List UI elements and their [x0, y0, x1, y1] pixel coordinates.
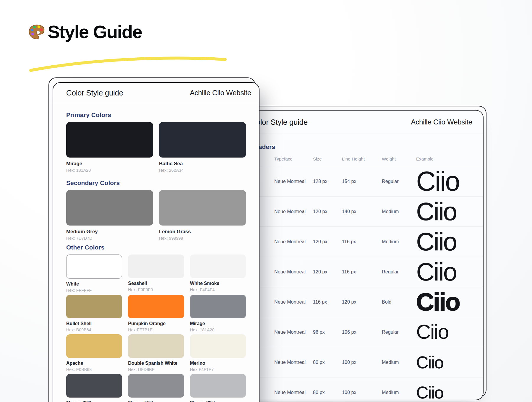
type-row: Neue Montreal 120 px 116 px Medium Ciio: [243, 227, 483, 257]
color-swatch: [66, 374, 122, 398]
color-item: Lemon Grass Hex: 999999: [159, 190, 246, 241]
color-swatch: [128, 295, 184, 318]
color-card-title: Color Style guide: [66, 88, 123, 98]
cell-weight: Regular: [382, 330, 416, 335]
color-hex: Hex: DFD8BF: [128, 367, 184, 372]
cell-size: 120 px: [313, 269, 342, 275]
cell-example: Ciio: [416, 231, 472, 252]
color-name: Lemon Grass: [159, 228, 246, 235]
cell-weight: Regular: [382, 179, 416, 184]
color-hex: Hex: F0F0F0: [128, 287, 184, 292]
type-row: Neue Montreal 96 px 106 px Regular Ciio: [243, 317, 483, 347]
cell-typeface: Neue Montreal: [274, 179, 313, 184]
type-table-header: Typeface Size Line Height Weight Example: [243, 156, 483, 166]
cell-example: Ciio: [416, 355, 472, 369]
color-swatch: [159, 190, 246, 226]
cell-size: 120 px: [313, 239, 342, 244]
primary-colors-heading: Primary Colors: [66, 111, 246, 119]
color-hex: Hex: 181A20: [66, 168, 153, 173]
other-colors-heading: Other Colors: [66, 244, 246, 251]
color-hex: Hex:F4F1E7: [190, 367, 246, 372]
color-item: White Hex: FFFFFF: [66, 255, 122, 293]
cell-weight: Medium: [382, 390, 416, 395]
color-name: Merino: [190, 360, 246, 366]
color-item: Double Spanish White Hex: DFD8BF: [128, 334, 184, 372]
color-swatch: [128, 255, 184, 278]
cell-typeface: Neue Montreal: [274, 269, 313, 275]
color-swatch: [66, 122, 153, 158]
cell-weight: Medium: [382, 209, 416, 214]
cell-typeface: Neue Montreal: [274, 390, 313, 395]
color-item: Merino Hex:F4F1E7: [190, 334, 246, 372]
column-header-weight: Weight: [382, 156, 416, 161]
palette-icon: [28, 23, 45, 40]
color-card-subtitle: Achille Ciio Website: [190, 89, 251, 97]
cell-typeface: Neue Montreal: [274, 360, 313, 365]
color-name: Baltic Sea: [159, 161, 246, 167]
cell-line-height: 106 px: [342, 330, 382, 335]
type-row: Neue Montreal 80 px 100 px Medium Ciio: [243, 347, 483, 377]
cell-typeface: Neue Montreal: [274, 330, 313, 335]
cell-weight: Regular: [382, 269, 416, 275]
color-name: Mirage 50%: [128, 400, 184, 402]
primary-colors-grid: Mirage Hex: 181A20 Baltic Sea Hex: 262A3…: [66, 122, 246, 173]
color-swatch: [128, 374, 184, 398]
color-swatch: [190, 374, 246, 398]
color-swatch: [66, 295, 122, 318]
cell-weight: Medium: [382, 239, 416, 244]
color-name: Mirage 30%: [190, 400, 246, 402]
type-row: Neue Montreal 120 px 116 px Regular Ciio: [243, 257, 483, 287]
color-hex: Hex: 7D7D7D: [66, 236, 153, 241]
color-swatch: [66, 190, 153, 226]
cell-typeface: Neue Montreal: [274, 209, 313, 214]
column-header-example: Example: [416, 156, 472, 161]
color-name: Double Spanish White: [128, 360, 184, 366]
color-name: Mirage: [66, 161, 153, 167]
page-title-block: Style Guide: [28, 21, 142, 42]
cell-size: 80 px: [313, 360, 342, 365]
page-title: Style Guide: [48, 21, 142, 42]
cell-example: Ciio: [416, 291, 472, 312]
typography-card: Color Style guide Achille Ciio Website H…: [242, 110, 484, 400]
color-hex: Hex:FE7B1E: [128, 328, 184, 333]
color-name: Medium Grey: [66, 228, 153, 235]
type-section-heading: Headers: [251, 143, 483, 150]
column-header-typeface: Typeface: [274, 156, 313, 161]
color-item: Apache Hex: E0BB68: [66, 334, 122, 372]
color-hex: Hex: F4F4F4: [190, 287, 246, 292]
type-row: Neue Montreal 128 px 154 px Regular Ciio: [243, 166, 483, 197]
typography-card-subtitle: Achille Ciio Website: [411, 118, 472, 126]
color-name: Mirage 80%: [66, 400, 122, 402]
cell-typeface: Neue Montreal: [274, 239, 313, 244]
color-swatch: [128, 334, 184, 358]
type-table: Typeface Size Line Height Weight Example…: [243, 156, 483, 400]
color-hex: Hex: 262A34: [159, 168, 246, 173]
cell-line-height: 120 px: [342, 299, 382, 305]
color-hex: Hex: 999999: [159, 236, 246, 241]
color-item: White Smoke Hex: F4F4F4: [190, 255, 246, 293]
cell-size: 120 px: [313, 209, 342, 214]
color-item: Medium Grey Hex: 7D7D7D: [66, 190, 153, 241]
color-style-card: Color Style guide Achille Ciio Website P…: [53, 82, 259, 402]
color-item: Mirage 80%: [66, 374, 122, 402]
color-swatch: [190, 255, 246, 278]
color-item: Mirage Hex: 181A20: [190, 295, 246, 333]
cell-line-height: 116 px: [342, 269, 382, 275]
color-item: Pumpkin Orange Hex:FE7B1E: [128, 295, 184, 333]
color-name: Mirage: [190, 321, 246, 327]
cell-line-height: 154 px: [342, 179, 382, 184]
cell-line-height: 100 px: [342, 390, 382, 395]
typography-card-header: Color Style guide Achille Ciio Website: [243, 111, 483, 134]
column-header-size: Size: [313, 156, 342, 161]
type-row: Neue Montreal 120 px 140 px Medium Ciio: [243, 197, 483, 227]
color-hex: Hex: B09B64: [66, 328, 122, 333]
color-swatch: [190, 295, 246, 318]
type-row: Neue Montreal 80 px 100 px Medium Ciio: [243, 377, 483, 400]
type-row: Neue Montreal 116 px 120 px Bold Ciio: [243, 287, 483, 317]
cell-example: Ciio: [416, 385, 472, 400]
color-swatch: [190, 334, 246, 358]
secondary-colors-heading: Secondary Colors: [66, 179, 246, 187]
cell-example: Ciio: [416, 323, 472, 341]
color-hex: Hex: FFFFFF: [66, 288, 122, 293]
cell-line-height: 116 px: [342, 239, 382, 244]
